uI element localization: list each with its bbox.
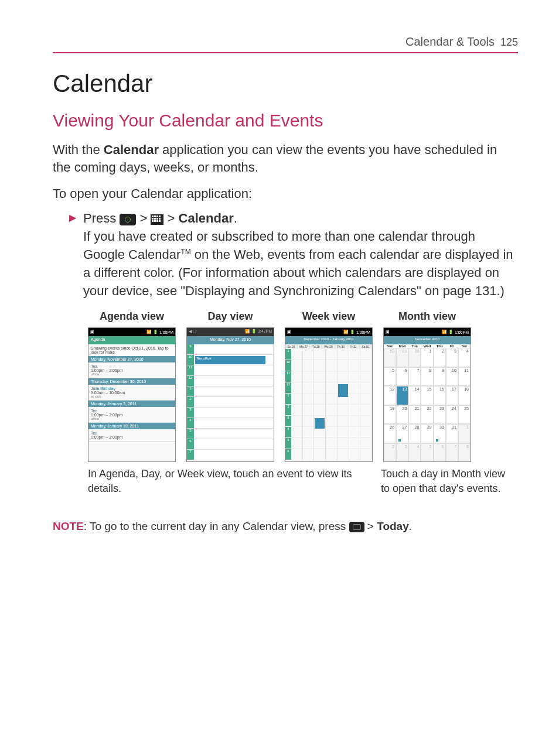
menu-key-icon [349,522,364,532]
note-dot: . [409,520,412,532]
status-bar: ▣ 📶 🔋 1:00PM [384,328,471,336]
week-view-label: Week view [302,310,356,323]
month-grid: 28 29 30 1 2 3 4 5 6 7 8 9 10 [384,348,471,462]
note-sep: : [84,520,90,532]
step-item: ▶ Press > > Calendar. If you have create… [53,210,518,300]
agenda-info: Showing events since Oct 21, 2010. Tap t… [88,344,175,356]
status-bar: ▣ 📶 🔋 1:00PM [285,328,372,336]
agenda-date-1: Thursday, December 30, 2010 [88,378,175,385]
note-paragraph: NOTE: To go to the current day in any Ca… [53,519,518,535]
agenda-date-0: Monday, November 27, 2010 [88,356,175,362]
agenda-tab: Agenda [88,336,175,344]
agenda-view-column: Agenda view ▣ 📶 🔋 1:00PM Agenda Showing … [88,310,176,462]
caption-left: In Agenda, Day, or Week view, touch an e… [88,467,357,495]
day-view-column: Day view ◀ ▢ 📶 🔋 3:42PM Monday, Nov 27, … [186,310,274,462]
captions-row: In Agenda, Day, or Week view, touch an e… [88,467,518,495]
caption-right: Touch a day in Month view to open that d… [381,467,516,495]
home-key-icon [120,214,136,225]
open-app-heading: To open your Calendar application: [53,186,518,201]
week-subhead: December 2010 – January 2011 [285,336,372,344]
status-left-icon: ▣ [90,330,94,334]
manual-page: Calendar & Tools 125 Calendar Viewing Yo… [0,0,559,558]
gt-1: > [139,211,151,225]
week-event-block [315,418,325,429]
apps-grid-icon [151,214,163,225]
step-dot: . [234,211,237,225]
month-subhead: December 2010 [384,336,471,344]
agenda-date-3: Monday, January 10, 2011 [88,423,175,429]
status-bar: ▣ 📶 🔋 1:00PM [88,328,175,336]
status-right: 📶 🔋 1:00PM [442,330,469,334]
agenda-screenshot: ▣ 📶 🔋 1:00PM Agenda Showing events since… [88,327,176,462]
agenda-event: Tea 1:00pm – 2:00pm office [88,407,175,423]
month-view-column: Month view ▣ 📶 🔋 1:00PM December 2010 Su… [383,310,471,462]
step-body: Press > > Calendar. If you have created … [83,210,518,300]
day-subhead: Monday, Nov 27, 2010 [187,336,274,344]
press-label: Press [83,211,120,225]
day-status-right: 📶 🔋 3:42PM [245,329,272,335]
day-grid: Tea office 9 10 11 12 1 2 3 4 5 6 7 [187,344,274,460]
week-screenshot: ▣ 📶 🔋 1:00PM December 2010 – January 201… [285,327,373,462]
header-page-number: 125 [500,36,518,49]
today-label: Today [377,520,409,532]
week-event-block [338,384,348,397]
status-right: 📶 🔋 1:00PM [146,330,173,334]
week-grid: 9101112123456 [285,349,372,460]
calendar-app-label: Calendar [179,211,234,225]
month-view-label: Month view [398,310,456,323]
week-day-headers: Su 26 Mo 27 Tu 28 We 29 Th 30 Fr 31 Sa 0… [285,344,372,349]
agenda-event: Tea 1:00pm – 2:00pm [88,429,175,442]
intro-pre: With the [53,142,104,157]
agenda-date-2: Monday, January 3, 2011 [88,401,175,407]
week-view-column: Week view ▣ 📶 🔋 1:00PM December 2010 – J… [285,310,373,462]
status-right: 📶 🔋 1:00PM [343,330,370,334]
header-section: Calendar & Tools [405,35,495,49]
status-left-icon: ▣ [386,330,390,334]
gt-2: > [168,211,179,225]
agenda-event: Julia Birthday 9:00am – 10:00am at club [88,385,175,401]
note-label: NOTE [53,520,84,532]
page-title: Calendar [53,70,518,98]
bullet-arrow-icon: ▶ [69,210,76,300]
intro-app-name: Calendar [104,142,159,157]
note-text-a: To go to the current day in any Calendar… [90,520,349,532]
day-tabs-icon: ◀ ▢ [189,329,197,335]
status-left-icon: ▣ [287,330,291,334]
day-view-label: Day view [207,310,253,323]
intro-paragraph: With the Calendar application you can vi… [53,141,518,176]
page-header: Calendar & Tools 125 [53,35,518,53]
views-row: Agenda view ▣ 📶 🔋 1:00PM Agenda Showing … [88,310,518,462]
agenda-event: Tea 1:00pm – 2:00pm office [88,362,175,378]
month-screenshot: ▣ 📶 🔋 1:00PM December 2010 Sun Mon Tue W… [383,327,471,462]
day-screenshot: ◀ ▢ 📶 🔋 3:42PM Monday, Nov 27, 2010 Tea … [186,327,274,462]
trademark-symbol: TM [180,248,190,256]
note-gt: > [364,520,377,532]
day-event-block: Tea office [195,356,265,364]
agenda-view-label: Agenda view [100,310,164,323]
page-subtitle: Viewing Your Calendar and Events [53,111,518,131]
day-status: ◀ ▢ 📶 🔋 3:42PM [187,328,274,336]
